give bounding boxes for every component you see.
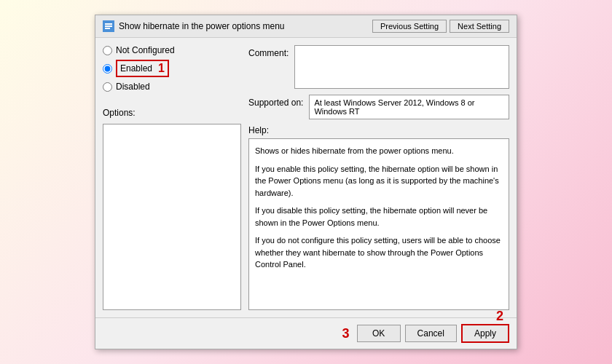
help-box: Shows or hides hibernate from the power … xyxy=(248,138,509,310)
apply-button[interactable]: Apply xyxy=(461,324,509,343)
next-setting-button[interactable]: Next Setting xyxy=(450,20,509,33)
titlebar: Show hibernate in the power options menu… xyxy=(95,15,517,38)
left-panel: Not Configured Enabled 1 Disabled Option… xyxy=(103,45,241,310)
comment-label: Comment: xyxy=(248,45,289,58)
radio-disabled-label: Disabled xyxy=(116,82,150,92)
badge-2: 2 xyxy=(496,309,503,324)
dialog-footer: 2 3 OK Cancel Apply xyxy=(95,317,517,349)
radio-disabled[interactable]: Disabled xyxy=(103,82,241,92)
badge-1: 1 xyxy=(158,62,165,75)
radio-enabled-input[interactable] xyxy=(103,64,112,74)
supported-row: Supported on: At least Windows Server 20… xyxy=(248,95,509,119)
svg-rect-1 xyxy=(105,23,112,25)
dialog-title: Show hibernate in the power options menu xyxy=(119,21,284,31)
cancel-button[interactable]: Cancel xyxy=(405,325,457,342)
right-panel: Comment: Supported on: At least Windows … xyxy=(248,45,509,310)
previous-setting-button[interactable]: Previous Setting xyxy=(372,20,447,33)
ok-button[interactable]: OK xyxy=(357,325,401,342)
help-para-4: If you do not configure this policy sett… xyxy=(255,234,503,271)
titlebar-icon xyxy=(103,20,114,32)
policy-dialog: Show hibernate in the power options menu… xyxy=(95,15,517,349)
radio-not-configured-input[interactable] xyxy=(103,46,112,55)
comment-row: Comment: xyxy=(248,45,509,89)
help-para-2: If you enable this policy setting, the h… xyxy=(255,163,503,199)
help-para-3: If you disable this policy setting, the … xyxy=(255,205,503,229)
enabled-box: Enabled 1 xyxy=(116,60,169,77)
options-label: Options: xyxy=(103,108,241,118)
top-button-group: Previous Setting Next Setting xyxy=(372,20,509,33)
radio-not-configured-label: Not Configured xyxy=(116,45,175,55)
supported-value: At least Windows Server 2012, Windows 8 … xyxy=(309,95,509,119)
supported-label: Supported on: xyxy=(248,95,303,108)
comment-input[interactable] xyxy=(294,45,509,89)
radio-enabled-label: Enabled xyxy=(120,63,152,74)
radio-not-configured[interactable]: Not Configured xyxy=(103,45,241,55)
help-para-1: Shows or hides hibernate from the power … xyxy=(255,145,503,157)
supported-section: Supported on: At least Windows Server 20… xyxy=(248,95,509,119)
svg-rect-2 xyxy=(105,25,112,27)
radio-group: Not Configured Enabled 1 Disabled xyxy=(103,45,241,92)
radio-enabled[interactable]: Enabled 1 xyxy=(103,60,241,77)
comment-section: Comment: xyxy=(248,45,509,89)
dialog-body: Not Configured Enabled 1 Disabled Option… xyxy=(95,38,517,317)
radio-disabled-input[interactable] xyxy=(103,82,112,92)
svg-rect-3 xyxy=(105,28,110,29)
options-box xyxy=(103,124,241,310)
badge-3: 3 xyxy=(342,326,350,341)
help-label: Help: xyxy=(248,125,509,135)
help-section: Help: Shows or hides hibernate from the … xyxy=(248,125,509,310)
